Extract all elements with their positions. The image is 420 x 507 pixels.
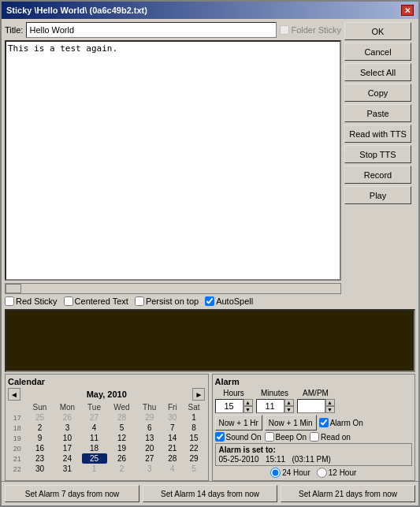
left-panel: Title: Folder Sticky This is a test agai… <box>5 22 341 306</box>
alarm-on-checkbox[interactable] <box>319 418 329 427</box>
cal-day[interactable]: 12 <box>107 433 137 443</box>
cal-day[interactable]: 1 <box>82 464 107 474</box>
cal-day[interactable]: 2 <box>27 423 54 433</box>
cal-day[interactable]: 23 <box>27 453 54 464</box>
cal-day[interactable]: 13 <box>136 433 162 443</box>
record-button[interactable]: Record <box>344 166 411 184</box>
horizontal-scrollbar[interactable] <box>5 283 341 294</box>
cal-day[interactable]: 19 <box>107 443 137 453</box>
folder-sticky-checkbox[interactable] <box>280 25 289 35</box>
cal-day[interactable]: 9 <box>27 433 54 443</box>
cal-day[interactable]: 21 <box>162 443 183 453</box>
cal-day[interactable]: 27 <box>136 453 162 464</box>
play-button[interactable]: Play <box>344 186 411 204</box>
beep-on-checkbox[interactable] <box>265 432 274 442</box>
ampm-up-btn[interactable]: ▲ <box>325 399 335 406</box>
cal-day[interactable]: 26 <box>107 453 137 464</box>
cal-day[interactable]: 1 <box>183 412 206 423</box>
now-row: Now + 1 Hr Now + 1 Min Alarm On <box>215 415 413 431</box>
minutes-spinner: ▲ ▼ <box>256 399 294 413</box>
cal-header-wk <box>8 402 27 412</box>
ampm-down-btn[interactable]: ▼ <box>325 406 335 413</box>
cal-day[interactable]: 29 <box>183 453 206 464</box>
scroll-thumb[interactable] <box>6 284 21 293</box>
stop-tts-button[interactable]: Stop TTS <box>344 145 411 163</box>
set-alarm-7-button[interactable]: Set Alarm 7 days from now <box>5 485 139 502</box>
read-on-checkbox[interactable] <box>310 432 319 442</box>
sound-on-checkbox[interactable] <box>215 432 225 442</box>
title-input[interactable] <box>26 22 277 38</box>
autospell-checkbox[interactable] <box>205 296 214 306</box>
cal-week-num: 18 <box>8 423 27 433</box>
close-button[interactable]: ✕ <box>401 5 414 16</box>
select-all-button[interactable]: Select All <box>344 63 411 81</box>
cal-day[interactable]: 27 <box>82 412 107 423</box>
cal-day[interactable]: 20 <box>136 443 162 453</box>
cal-day[interactable]: 10 <box>53 433 81 443</box>
set-alarm-21-button[interactable]: Set Alarm 21 days from now <box>281 485 415 502</box>
cal-day[interactable]: 29 <box>136 412 162 423</box>
cal-day[interactable]: 17 <box>53 443 81 453</box>
cal-day[interactable]: 2 <box>107 464 137 474</box>
cal-week-num: 22 <box>8 464 27 474</box>
now-1min-button[interactable]: Now + 1 Min <box>265 415 317 431</box>
beep-on-label: Beep On <box>276 433 307 442</box>
set-alarm-14-button[interactable]: Set Alarm 14 days from now <box>143 485 277 502</box>
cal-day[interactable]: 30 <box>27 464 54 474</box>
cal-day[interactable]: 7 <box>162 423 183 433</box>
calendar-prev-button[interactable]: ◄ <box>8 388 20 401</box>
cal-day[interactable]: 8 <box>183 423 206 433</box>
cal-day[interactable]: 5 <box>183 464 206 474</box>
alarm-set-time: 05-25-2010 15:11 (03:11 PM) <box>219 455 409 464</box>
minutes-up-btn[interactable]: ▲ <box>284 399 294 406</box>
centered-text-checkbox[interactable] <box>64 296 73 306</box>
alarm-set-label: Alarm is set to: <box>219 445 409 454</box>
cal-day[interactable]: 28 <box>107 412 137 423</box>
cancel-button[interactable]: Cancel <box>344 43 411 61</box>
cal-day[interactable]: 4 <box>162 464 183 474</box>
hours-up-btn[interactable]: ▲ <box>243 399 253 406</box>
cal-day[interactable]: 25 <box>27 412 54 423</box>
hours-down-btn[interactable]: ▼ <box>243 406 253 413</box>
hours-spinner-btns: ▲ ▼ <box>243 399 253 413</box>
title-bar: Sticky \Hello World\ (0a6c49b2.txt) ✕ <box>2 2 418 19</box>
copy-button[interactable]: Copy <box>344 84 411 102</box>
minutes-down-btn[interactable]: ▼ <box>284 406 294 413</box>
cal-day[interactable]: 11 <box>82 433 107 443</box>
calendar-next-button[interactable]: ► <box>192 388 205 401</box>
cal-day[interactable]: 3 <box>53 423 81 433</box>
cal-day[interactable]: 30 <box>162 412 183 423</box>
cal-day[interactable]: 18 <box>82 443 107 453</box>
now-1hr-button[interactable]: Now + 1 Hr <box>215 415 262 431</box>
beep-on-group: Beep On <box>265 432 307 442</box>
cal-day[interactable]: 25 <box>82 453 107 464</box>
cal-day[interactable]: 6 <box>136 423 162 433</box>
sticky-text-area[interactable]: This is a test again. <box>5 40 341 281</box>
persist-on-top-checkbox[interactable] <box>135 296 144 306</box>
cal-day[interactable]: 22 <box>183 443 206 453</box>
alarm-on-label: Alarm On <box>330 419 363 427</box>
alarm-labels-row: Hours Minutes AM/PM <box>215 389 413 397</box>
cal-day[interactable]: 16 <box>27 443 54 453</box>
read-with-tts-button[interactable]: Read with TTS <box>344 125 411 143</box>
cal-day[interactable]: 15 <box>183 433 206 443</box>
cal-day[interactable]: 3 <box>136 464 162 474</box>
12hour-radio[interactable] <box>317 468 327 478</box>
minutes-input[interactable] <box>256 399 284 413</box>
read-on-group: Read on <box>310 432 351 442</box>
cal-day[interactable]: 26 <box>53 412 81 423</box>
red-sticky-label: Red Sticky <box>16 296 58 306</box>
cal-day[interactable]: 24 <box>53 453 81 464</box>
cal-day[interactable]: 5 <box>107 423 137 433</box>
cal-day[interactable]: 4 <box>82 423 107 433</box>
cal-day[interactable]: 28 <box>162 453 183 464</box>
ampm-input[interactable] <box>297 399 325 413</box>
cal-day[interactable]: 31 <box>53 464 81 474</box>
waveform-area <box>5 309 415 372</box>
24hour-radio[interactable] <box>270 468 281 478</box>
ok-button[interactable]: OK <box>344 22 411 40</box>
red-sticky-checkbox[interactable] <box>5 296 14 306</box>
paste-button[interactable]: Paste <box>344 104 411 122</box>
cal-day[interactable]: 14 <box>162 433 183 443</box>
hours-input[interactable] <box>215 399 243 413</box>
